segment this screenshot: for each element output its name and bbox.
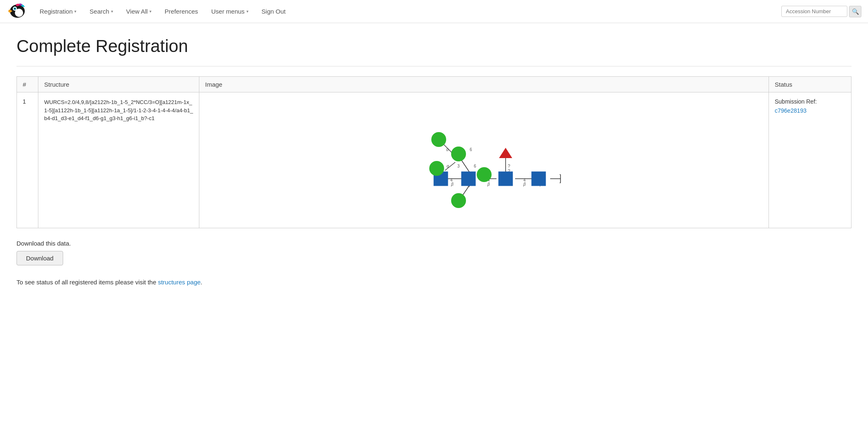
nav-search[interactable]: Search ▾	[83, 0, 120, 23]
navbar: Registration ▾ Search ▾ View All ▾ Prefe…	[0, 0, 868, 23]
man-upper-left	[431, 132, 446, 147]
row-status: Submission Ref: c796e28193	[769, 92, 851, 228]
chevron-down-icon: ▾	[111, 9, 113, 14]
glcnac-4	[532, 172, 546, 186]
col-header-structure: Structure	[38, 77, 199, 92]
registration-table: # Structure Image Status 1 WURCS=2.0/4,9…	[17, 76, 851, 228]
glcnac-2	[461, 172, 475, 186]
nav-user-menus[interactable]: User menus ▾	[205, 0, 255, 23]
download-section: Download this data. Download	[17, 240, 851, 265]
nav-sign-out[interactable]: Sign Out	[255, 0, 292, 23]
nav-registration[interactable]: Registration ▾	[33, 0, 83, 23]
svg-text:α: α	[446, 147, 449, 152]
row-structure: WURCS=2.0/4,9,8/[a2122h-1b_1-5_2*NCC/3=O…	[38, 92, 199, 228]
accession-link[interactable]: c796e28193	[775, 107, 807, 114]
svg-text:?: ?	[508, 163, 510, 168]
footer-note: To see status of all registered items pl…	[17, 279, 851, 286]
svg-text:β: β	[451, 182, 454, 187]
svg-text:β: β	[487, 182, 490, 187]
svg-text:6: 6	[470, 147, 472, 152]
glycan-diagram: β 4 β 4 β 4 β α 6 α α 3	[205, 98, 763, 222]
man-upper-right	[451, 147, 466, 161]
footer-text-before: To see status of all registered items pl…	[17, 279, 158, 286]
search-icon: 🔍	[852, 8, 859, 15]
fucose-triangle	[499, 148, 512, 158]
footer-text-after: .	[201, 279, 202, 286]
man-lower	[451, 193, 466, 208]
nav-items: Registration ▾ Search ▾ View All ▾ Prefe…	[33, 0, 781, 23]
divider	[17, 66, 851, 66]
table-row: 1 WURCS=2.0/4,9,8/[a2122h-1b_1-5_2*NCC/3…	[17, 92, 851, 228]
svg-text:β: β	[523, 182, 526, 187]
svg-point-3	[14, 8, 16, 9]
svg-text:6: 6	[474, 164, 476, 168]
svg-text:4: 4	[523, 178, 526, 182]
svg-point-4	[15, 9, 23, 17]
wurcs-string: WURCS=2.0/4,9,8/[a2122h-1b_1-5_2*NCC/3=O…	[44, 98, 193, 123]
svg-text:3: 3	[457, 164, 460, 168]
svg-text:4: 4	[450, 178, 453, 182]
col-header-image: Image	[199, 77, 769, 92]
man-middle-left	[429, 161, 444, 176]
download-button[interactable]: Download	[17, 251, 63, 265]
man-center	[477, 167, 492, 182]
svg-text:α: α	[447, 164, 449, 168]
nav-search-area: 🔍	[781, 6, 861, 17]
page-content: Complete Registration # Structure Image …	[0, 23, 868, 447]
page-title: Complete Registration	[17, 36, 851, 56]
col-header-status: Status	[769, 77, 851, 92]
glycan-svg: β 4 β 4 β 4 β α 6 α α 3	[397, 106, 571, 214]
row-num: 1	[17, 92, 38, 228]
nav-preferences[interactable]: Preferences	[158, 0, 205, 23]
nav-view-all[interactable]: View All ▾	[120, 0, 158, 23]
download-text: Download this data.	[17, 240, 851, 247]
chevron-down-icon: ▾	[149, 9, 151, 14]
accession-search-input[interactable]	[781, 6, 847, 17]
status-label: Submission Ref:	[775, 98, 845, 105]
structures-page-link[interactable]: structures page	[158, 279, 201, 286]
svg-line-12	[461, 160, 470, 173]
logo[interactable]	[7, 2, 33, 21]
chevron-down-icon: ▾	[74, 9, 76, 14]
glcnac-3	[499, 172, 513, 186]
row-image: β 4 β 4 β 4 β α 6 α α 3	[199, 92, 769, 228]
col-header-num: #	[17, 77, 38, 92]
chevron-down-icon: ▾	[246, 9, 248, 14]
table-header-row: # Structure Image Status	[17, 77, 851, 92]
search-submit-button[interactable]: 🔍	[849, 6, 861, 17]
